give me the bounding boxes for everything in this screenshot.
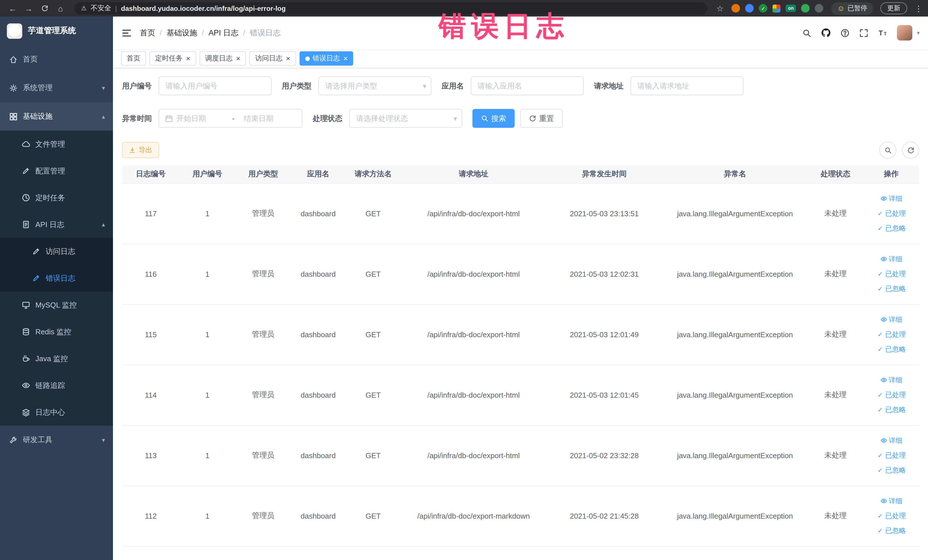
hamburger-icon[interactable] (122, 27, 132, 38)
action-detail[interactable]: 详细 (865, 312, 917, 327)
sidebar-item-config[interactable]: 配置管理 (0, 157, 113, 184)
sidebar-item-job[interactable]: 定时任务 (0, 184, 113, 211)
tab-close-icon[interactable]: × (286, 55, 290, 62)
breadcrumb-item[interactable]: 基础设施 (166, 27, 197, 38)
user-avatar[interactable] (897, 25, 912, 41)
sidebar-item-redis[interactable]: Redis 监控 (0, 318, 113, 345)
action-processed[interactable]: ✓已处理 (865, 388, 917, 402)
app-name-label: 应用名 (442, 81, 464, 91)
action-ignored[interactable]: ✓已忽略 (865, 523, 917, 538)
action-label: 已处理 (885, 206, 906, 221)
refresh-table-button[interactable] (902, 142, 919, 159)
back-icon[interactable]: ← (6, 2, 20, 15)
sidebar-item-file[interactable]: 文件管理 (0, 131, 113, 157)
breadcrumb-item: 错误日志 (250, 27, 281, 38)
cell-status: 未处理 (807, 304, 864, 365)
chevron-down-icon[interactable]: ▾ (917, 30, 920, 36)
tab-调度日志[interactable]: 调度日志× (199, 51, 246, 66)
eye-icon (880, 316, 887, 323)
tab-访问日志[interactable]: 访问日志× (249, 51, 296, 66)
browser-home-icon[interactable]: ⌂ (53, 2, 67, 15)
breadcrumb-item[interactable]: API 日志 (209, 27, 238, 38)
extension-leaf-icon[interactable] (801, 4, 810, 12)
extension-puzzle-icon[interactable] (815, 4, 823, 12)
sidebar-item-infra[interactable]: 基础设施▴ (0, 102, 113, 131)
sidebar-item-home[interactable]: 首页 (0, 45, 113, 73)
user-id-input[interactable] (159, 76, 272, 95)
sidebar-item-java[interactable]: Java 监控 (0, 345, 113, 372)
action-processed[interactable]: ✓已处理 (865, 508, 917, 523)
table-row: 1161管理员dashboardGET/api/infra/db-doc/exp… (122, 244, 919, 304)
reset-button[interactable]: 重置 (520, 109, 563, 128)
search-button[interactable]: 搜索 (472, 109, 514, 128)
sidebar-item-label: Redis 监控 (35, 327, 71, 337)
action-ignored[interactable]: ✓已忽略 (865, 463, 917, 478)
filter-app-name: 应用名 (442, 76, 584, 95)
breadcrumb-item[interactable]: 首页 (140, 27, 155, 38)
toolbar-right (879, 142, 919, 159)
reload-icon[interactable] (38, 2, 51, 15)
extension-on-badge[interactable]: on (786, 5, 796, 12)
font-size-icon[interactable]: TT (878, 28, 887, 37)
action-processed[interactable]: ✓已处理 (865, 267, 917, 281)
sidebar-item-api-log[interactable]: API 日志▴ (0, 211, 113, 238)
tab-close-icon[interactable]: × (343, 55, 348, 62)
github-icon[interactable] (821, 28, 831, 38)
sidebar-item-trace[interactable]: 链路追踪 (0, 372, 113, 399)
action-ignored[interactable]: ✓已忽略 (865, 221, 917, 236)
sidebar-item-mysql[interactable]: MySQL 监控 (0, 291, 113, 318)
sidebar-item-access-log[interactable]: 访问日志 (0, 238, 113, 265)
extension-grid-icon[interactable] (772, 4, 780, 12)
forward-icon[interactable]: → (22, 2, 35, 15)
action-processed[interactable]: ✓已处理 (865, 206, 917, 221)
bookmark-star-icon[interactable]: ☆ (716, 4, 723, 13)
sidebar-item-system[interactable]: 系统管理▾ (0, 73, 113, 102)
extension-blue-icon[interactable] (745, 4, 754, 12)
process-status-label: 处理状态 (313, 113, 342, 124)
action-detail[interactable]: 详细 (865, 191, 917, 206)
action-ignored[interactable]: ✓已忽略 (865, 342, 917, 357)
tab-定时任务[interactable]: 定时任务× (150, 51, 196, 66)
action-processed[interactable]: ✓已处理 (865, 327, 917, 342)
tab-错误日志[interactable]: 错误日志× (299, 51, 353, 66)
tab-close-icon[interactable]: × (236, 55, 240, 62)
action-label: 已忽略 (885, 281, 906, 296)
sidebar: 芋道管理系统 首页系统管理▾基础设施▴文件管理配置管理定时任务API 日志▴访问… (0, 17, 113, 560)
date-range-input[interactable]: 开始日期 - 结束日期 (159, 109, 302, 128)
profile-chip[interactable]: ☺ 已暂停 (831, 2, 873, 15)
sidebar-item-dev-tools[interactable]: 研发工具▾ (0, 426, 113, 454)
update-button[interactable]: 更新 (881, 2, 907, 14)
action-detail[interactable]: 详细 (865, 252, 917, 267)
action-processed[interactable]: ✓已处理 (865, 448, 917, 463)
sidebar-item-error-log[interactable]: 错误日志 (0, 265, 113, 291)
action-ignored[interactable]: ✓已忽略 (865, 281, 917, 296)
chevron-down-icon: ▾ (102, 84, 105, 92)
grid-icon (9, 112, 18, 121)
cell-url: /api/infra/db-doc/export-html (401, 183, 546, 244)
filter-process-status: 处理状态 请选择处理状态 ▾ (313, 109, 462, 128)
extension-orange-icon[interactable] (731, 4, 740, 12)
browser-menu-icon[interactable]: ⋮ (914, 4, 923, 13)
app-name-input[interactable] (471, 76, 584, 95)
help-icon[interactable] (840, 28, 850, 37)
action-ignored[interactable]: ✓已忽略 (865, 402, 917, 417)
action-detail[interactable]: 详细 (865, 433, 917, 448)
tab-close-icon[interactable]: × (186, 55, 190, 62)
layers-icon (22, 408, 30, 417)
action-detail[interactable]: 详细 (865, 493, 917, 508)
address-bar[interactable]: ⚠ 不安全 | dashboard.yudao.iocoder.cn/infra… (74, 2, 707, 15)
tab-首页[interactable]: 首页 (121, 51, 146, 66)
action-detail[interactable]: 详细 (865, 372, 917, 388)
cell-user_type: 管理员 (235, 183, 291, 244)
fullscreen-icon[interactable] (859, 28, 868, 37)
process-status-select[interactable]: 请选择处理状态 ▾ (349, 109, 462, 128)
date-range-separator: - (232, 114, 235, 123)
action-label: 详细 (888, 312, 902, 327)
export-button[interactable]: 导出 (122, 142, 159, 158)
request-url-input[interactable] (630, 76, 743, 95)
search-icon[interactable] (802, 28, 811, 37)
user-type-select[interactable]: 请选择用户类型 ▾ (318, 76, 431, 95)
sidebar-item-log-center[interactable]: 日志中心 (0, 399, 113, 426)
toggle-search-button[interactable] (879, 142, 896, 159)
extension-green-check-icon[interactable]: ✓ (759, 4, 768, 12)
